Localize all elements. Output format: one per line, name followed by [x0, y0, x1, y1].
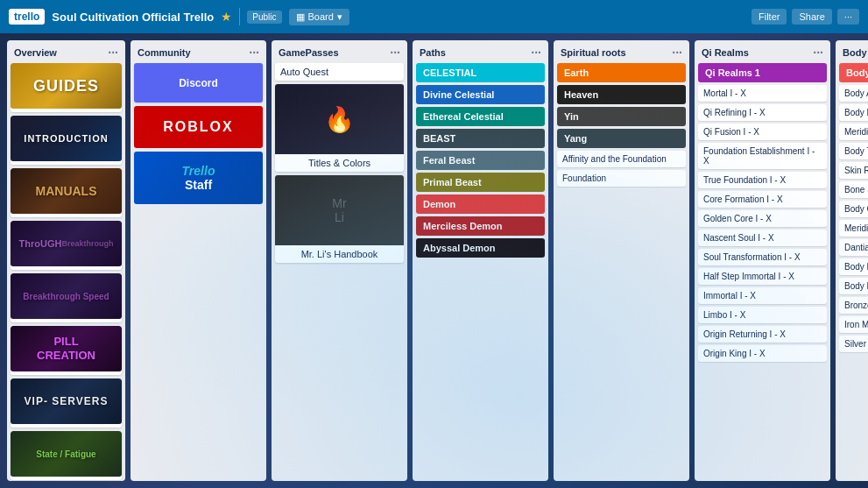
card-body-forming[interactable]: Body Forming I - X: [839, 104, 868, 121]
board-button[interactable]: ▦ Board ▾: [289, 9, 349, 25]
card-core-formation[interactable]: Core Formation I - X: [698, 191, 827, 208]
card-dantian-consolidation[interactable]: Dantian Consolidation I - X: [839, 239, 868, 256]
card-skin-refinement[interactable]: Skin Refinement I - X: [839, 162, 868, 179]
card-body-tempering[interactable]: Body Tempering I - X: [839, 143, 868, 159]
card-foundation[interactable]: Foundation: [557, 170, 686, 187]
card-true-foundation[interactable]: True Foundation I - X: [698, 172, 827, 188]
card-divine-celestial[interactable]: Divine Celestial: [416, 85, 545, 104]
card-primal-beast[interactable]: Primal Beast: [416, 173, 545, 192]
card-breakthrough-speed[interactable]: Breakthrough Speed: [11, 273, 122, 322]
card-body-destruction[interactable]: Body Destruction I - X: [839, 258, 868, 275]
card-mr-li-handbook[interactable]: MrLi Mr. Li's Handbook: [275, 175, 404, 263]
card-silver-tendons[interactable]: Silver Tendons I - X: [839, 336, 868, 352]
list-menu-spiritual[interactable]: ···: [672, 46, 682, 60]
roblox-label: ROBLOX: [163, 119, 233, 135]
list-spiritual-roots: Spiritual roots ··· Earth Heaven Yin Yan…: [554, 40, 689, 481]
card-trello-staff[interactable]: Trello Staff: [134, 152, 263, 204]
list-body-realms: Body Realms ··· Body 1 Body Awakening I …: [836, 40, 868, 481]
list-header-body-realms: Body Realms ···: [836, 40, 868, 63]
list-header-gamepasses: GamePasses ···: [272, 40, 407, 63]
fire-icon: 🔥: [324, 105, 355, 134]
manuals-image: MANUALS: [11, 168, 122, 214]
list-menu-overview[interactable]: ···: [108, 46, 118, 60]
card-breakthrough[interactable]: ThroUGHBreakthrough: [11, 221, 122, 270]
book-image: MrLi: [275, 175, 404, 245]
card-beast[interactable]: BEAST: [416, 129, 545, 148]
card-affinity-foundation[interactable]: Affinity and the Foundation: [557, 151, 686, 167]
discord-label: Discord: [179, 77, 218, 89]
list-cards-body: Body 1 Body Awakening I - X Body Forming…: [836, 63, 868, 481]
list-cards-qi: Qi Realms 1 Mortal I - X Qi Refining I -…: [695, 63, 830, 481]
list-header-qi-realms: Qi Realms ···: [695, 40, 830, 63]
card-foundation-establishment[interactable]: Foundation Establishment I - X: [698, 143, 827, 169]
card-ethereal-celestial[interactable]: Ethereal Celestial: [416, 107, 545, 126]
topbar: trello Soul Cultivation Official Trello …: [0, 0, 868, 33]
card-golden-core[interactable]: Golden Core I - X: [698, 210, 827, 227]
list-community: Community ··· Discord ROBLOX Trello Staf…: [131, 40, 266, 481]
breakthrough-image: ThroUGHBreakthrough: [11, 221, 122, 266]
card-body-1[interactable]: Body 1: [839, 63, 868, 82]
guides-image: GUIDES: [11, 63, 122, 109]
list-header-community: Community ···: [131, 40, 266, 63]
card-state[interactable]: State / Fatigue: [11, 431, 122, 480]
list-header-paths: Paths ···: [413, 40, 548, 63]
card-introduction[interactable]: INTRODUCTION: [11, 116, 122, 165]
list-menu-gamepasses[interactable]: ···: [390, 46, 400, 60]
card-body-awakening[interactable]: Body Awakening I - X: [839, 85, 868, 102]
card-yang[interactable]: Yang: [557, 129, 686, 148]
card-origin-returning[interactable]: Origin Returning I - X: [698, 326, 827, 343]
card-mortal[interactable]: Mortal I - X: [698, 85, 827, 102]
card-pill[interactable]: PILLCREATION: [11, 326, 122, 375]
card-meridian-opening[interactable]: Meridian Opening I - X: [839, 124, 868, 140]
card-demon[interactable]: Demon: [416, 194, 545, 214]
card-qi-refining[interactable]: Qi Refining I - X: [698, 104, 827, 121]
card-yin[interactable]: Yin: [557, 107, 686, 126]
card-body-cleansing[interactable]: Body Cleansing I - X: [839, 201, 868, 217]
card-discord[interactable]: Discord: [134, 63, 263, 103]
card-heaven[interactable]: Heaven: [557, 85, 686, 104]
card-limbo[interactable]: Limbo I - X: [698, 307, 827, 323]
card-body-reformation[interactable]: Body Reformation I - X: [839, 278, 868, 294]
card-immortal[interactable]: Immortal I - X: [698, 287, 827, 304]
list-menu-qi[interactable]: ···: [813, 46, 823, 60]
card-bronze-skin[interactable]: Bronze Skin I - X: [839, 297, 868, 314]
list-paths: Paths ··· CELESTIAL Divine Celestial Eth…: [413, 40, 548, 481]
board-title: Soul Cultivation Official Trello: [52, 11, 214, 24]
card-bone-strengthening[interactable]: Bone Strengthening I - X: [839, 181, 868, 198]
card-earth[interactable]: Earth: [557, 63, 686, 82]
card-celestial[interactable]: CELESTIAL: [416, 63, 545, 82]
book-icon: MrLi: [332, 196, 346, 224]
card-iron-muscles[interactable]: Iron Muscles I - X: [839, 316, 868, 333]
chevron-down-icon: ▾: [337, 11, 342, 23]
card-guides[interactable]: GUIDES: [11, 63, 122, 112]
state-image: State / Fatigue: [11, 431, 122, 477]
share-button[interactable]: Share: [792, 9, 831, 25]
card-origin-king[interactable]: Origin King I - X: [698, 345, 827, 362]
list-menu-community[interactable]: ···: [249, 46, 259, 60]
card-titles-colors[interactable]: 🔥 Titles & Colors: [275, 84, 404, 172]
auto-quest-label: Auto Quest: [275, 63, 404, 81]
card-roblox[interactable]: ROBLOX: [134, 106, 263, 148]
menu-button[interactable]: ···: [837, 9, 859, 25]
mr-li-label: Mr. Li's Handbook: [275, 245, 404, 263]
card-half-step-immortal[interactable]: Half Step Immortal I - X: [698, 268, 827, 285]
card-vip[interactable]: VIP- SERVERS: [11, 378, 122, 428]
card-qi-fusion[interactable]: Qi Fusion I - X: [698, 124, 827, 140]
card-feral-beast[interactable]: Feral Beast: [416, 151, 545, 170]
star-button[interactable]: ★: [221, 10, 232, 24]
list-cards-community: Discord ROBLOX Trello Staff: [131, 63, 266, 481]
card-meridian-strengthening[interactable]: Meridian Strengthening I - X: [839, 220, 868, 237]
filter-button[interactable]: Filter: [752, 9, 787, 25]
card-abyssal-demon[interactable]: Abyssal Demon: [416, 238, 545, 258]
list-menu-paths[interactable]: ···: [531, 46, 541, 60]
intro-image: INTRODUCTION: [11, 116, 122, 161]
fire-image: 🔥: [275, 84, 404, 154]
card-qi-realms-1[interactable]: Qi Realms 1: [698, 63, 827, 82]
card-manuals[interactable]: MANUALS: [11, 168, 122, 217]
card-soul-transformation[interactable]: Soul Transformation I - X: [698, 249, 827, 265]
list-qi-realms: Qi Realms ··· Qi Realms 1 Mortal I - X Q…: [695, 40, 830, 481]
card-merciless-demon[interactable]: Merciless Demon: [416, 216, 545, 236]
card-nascent-soul[interactable]: Nascent Soul I - X: [698, 230, 827, 246]
breakthrough-speed-image: Breakthrough Speed: [11, 273, 122, 319]
card-auto-quest[interactable]: Auto Quest: [275, 63, 404, 81]
